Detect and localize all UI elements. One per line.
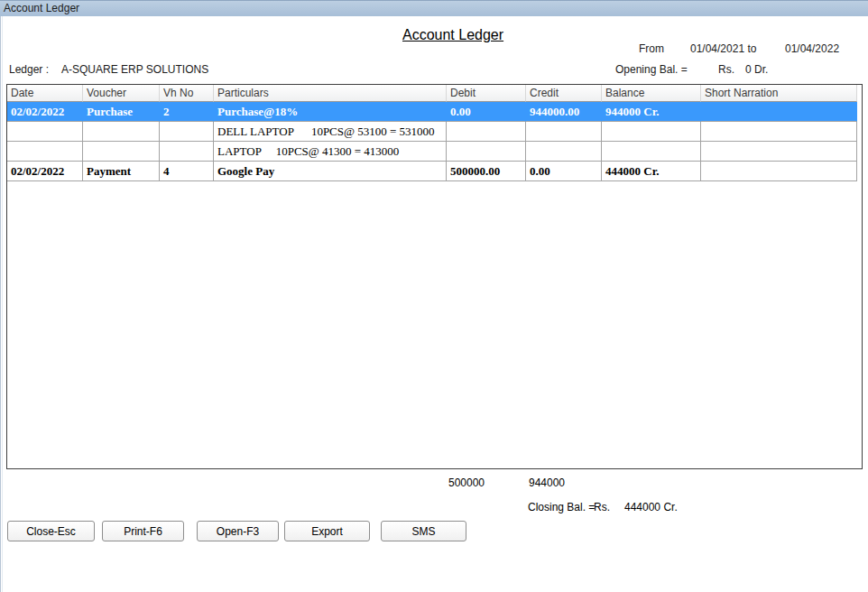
ledger-table-panel: Date Voucher Vh No Particulars Debit Cre…: [6, 84, 863, 469]
window-left-border: [0, 16, 3, 592]
export-button[interactable]: Export: [284, 521, 370, 541]
cell-vhno[interactable]: [160, 142, 214, 162]
cell-voucher[interactable]: [83, 142, 160, 162]
cell-particulars[interactable]: Google Pay: [214, 162, 447, 181]
opening-bal-label: Opening Bal. =: [615, 63, 688, 76]
cell-narration[interactable]: [701, 102, 857, 122]
cell-narration[interactable]: [701, 122, 857, 142]
table-header-row: Date Voucher Vh No Particulars Debit Cre…: [7, 85, 857, 102]
cell-date[interactable]: 02/02/2022: [7, 102, 83, 122]
cell-credit[interactable]: [526, 142, 602, 162]
close-button[interactable]: Close-Esc: [7, 521, 95, 541]
cell-date[interactable]: [7, 122, 83, 142]
open-button[interactable]: Open-F3: [197, 521, 279, 541]
column-header-particulars[interactable]: Particulars: [214, 85, 447, 102]
cell-balance[interactable]: 944000 Cr.: [602, 102, 701, 122]
cell-debit[interactable]: [447, 142, 526, 162]
page-title: Account Ledger: [402, 27, 503, 43]
opening-bal-value: 0 Dr.: [745, 63, 768, 76]
window-title: Account Ledger: [4, 2, 79, 14]
column-header-vhno[interactable]: Vh No: [160, 85, 214, 102]
ledger-label: Ledger :: [9, 63, 49, 76]
column-header-credit[interactable]: Credit: [526, 85, 602, 102]
ledger-table: Date Voucher Vh No Particulars Debit Cre…: [7, 85, 857, 181]
table-row[interactable]: 02/02/2022 Purchase 2 Purchase@18% 0.00 …: [7, 102, 857, 122]
print-button[interactable]: Print-F6: [102, 521, 184, 541]
cell-voucher[interactable]: Payment: [83, 162, 160, 181]
cell-balance[interactable]: [602, 122, 701, 142]
cell-balance[interactable]: [602, 142, 701, 162]
cell-debit[interactable]: 500000.00: [447, 162, 526, 181]
window-titlebar[interactable]: Account Ledger: [0, 0, 868, 16]
cell-credit[interactable]: [526, 122, 602, 142]
closing-bal-label: Closing Bal. =: [528, 501, 595, 513]
cell-narration[interactable]: [701, 142, 857, 162]
sms-button[interactable]: SMS: [381, 521, 466, 541]
cell-voucher[interactable]: Purchase: [83, 102, 160, 122]
ledger-name: A-SQUARE ERP SOLUTIONS: [61, 63, 208, 76]
cell-vhno[interactable]: [160, 122, 214, 142]
cell-credit[interactable]: 944000.00: [526, 102, 602, 122]
table-row[interactable]: DELL LAPTOP 10PCS@ 53100 = 531000: [7, 122, 857, 142]
cell-particulars[interactable]: DELL LAPTOP 10PCS@ 53100 = 531000: [214, 122, 447, 142]
cell-voucher[interactable]: [83, 122, 160, 142]
closing-bal-currency: Rs.: [594, 501, 610, 513]
column-header-debit[interactable]: Debit: [447, 85, 526, 102]
table-row[interactable]: LAPTOP 10PCS@ 41300 = 413000: [7, 142, 857, 162]
column-header-balance[interactable]: Balance: [602, 85, 701, 102]
column-header-date[interactable]: Date: [7, 85, 83, 102]
cell-credit[interactable]: 0.00: [526, 162, 602, 181]
credit-total: 944000: [529, 476, 565, 489]
debit-total: 500000: [448, 476, 485, 489]
cell-vhno[interactable]: 4: [160, 162, 214, 181]
from-label: From: [639, 42, 664, 55]
cell-particulars[interactable]: Purchase@18%: [214, 102, 447, 122]
cell-particulars[interactable]: LAPTOP 10PCS@ 41300 = 413000: [214, 142, 447, 162]
cell-narration[interactable]: [701, 162, 857, 181]
cell-date[interactable]: [7, 142, 83, 162]
cell-debit[interactable]: 0.00: [447, 102, 526, 122]
to-date-value: 01/04/2022: [785, 42, 839, 55]
cell-vhno[interactable]: 2: [160, 102, 214, 122]
opening-bal-currency: Rs.: [718, 63, 734, 76]
from-date-value: 01/04/2021 to: [690, 42, 756, 55]
table-row[interactable]: 02/02/2022 Payment 4 Google Pay 500000.0…: [7, 162, 857, 181]
column-header-voucher[interactable]: Voucher: [83, 85, 160, 102]
closing-bal-value: 444000 Cr.: [624, 501, 678, 513]
cell-debit[interactable]: [447, 122, 526, 142]
cell-date[interactable]: 02/02/2022: [7, 162, 83, 181]
column-header-narration[interactable]: Short Narration: [701, 85, 857, 102]
cell-balance[interactable]: 444000 Cr.: [602, 162, 701, 181]
